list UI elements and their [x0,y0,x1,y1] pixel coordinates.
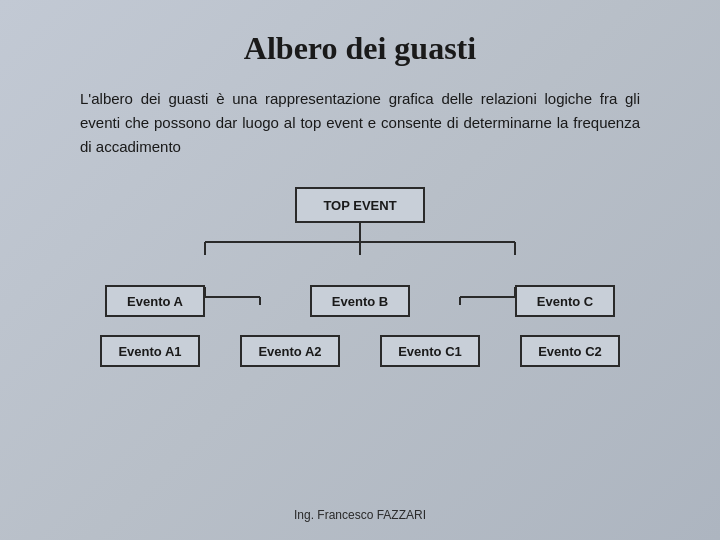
node-evento-c2: Evento C2 [520,335,620,367]
node-top-event: TOP EVENT [295,187,425,223]
tree-level-2: Evento A1 Evento A2 Evento C1 Evento C2 [100,335,620,367]
slide: Albero dei guasti L'albero dei guasti è … [0,0,720,540]
page-title: Albero dei guasti [244,30,476,67]
node-evento-a: Evento A [105,285,205,317]
description-text: L'albero dei guasti è una rappresentazio… [80,87,640,159]
node-evento-b: Evento B [310,285,410,317]
node-evento-a1: Evento A1 [100,335,200,367]
tree-level-0: TOP EVENT [295,187,425,223]
node-evento-c1: Evento C1 [380,335,480,367]
tree-level-1: Evento A Evento B Evento C [100,285,620,317]
node-evento-c: Evento C [515,285,615,317]
node-evento-a2: Evento A2 [240,335,340,367]
fault-tree: TOP EVENT Evento A Evento B Evento C Eve… [100,187,620,342]
footer-text: Ing. Francesco FAZZARI [294,508,426,522]
